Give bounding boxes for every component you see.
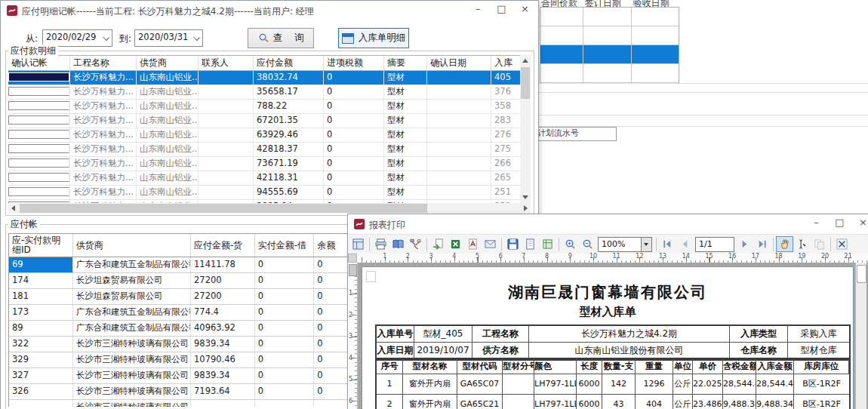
window-icon (342, 33, 354, 44)
book-icon[interactable] (389, 236, 407, 252)
table-row[interactable]: 长沙市三湘特种玻璃有限公司 (9, 400, 383, 407)
table-row[interactable]: 89 广东合和建筑五金制品有限公司 40963.92 0 0 (9, 321, 383, 337)
table-row[interactable]: 174 长沙坦森贸易有限公司 27200 0 0 (9, 273, 383, 289)
table-row[interactable]: 长沙万科魅力... 山东南山铝业... 42118.31 0 型材 265 (8, 171, 520, 186)
maximize-button[interactable]: □ (490, 1, 513, 19)
to-date-combo[interactable]: 2020/03/31 (134, 29, 203, 47)
table-row[interactable]: 长沙万科魅力... 山东南山铝业... 67201.35 0 型材 283 (8, 114, 520, 128)
table-row[interactable]: 长沙万科魅力... 山东南山铝业... 73671.19 0 型材 266 (8, 157, 520, 171)
zoom-in-icon[interactable] (562, 236, 579, 252)
page-icon[interactable] (522, 236, 539, 252)
inbound-detail-button[interactable]: 入库单明细 (338, 28, 409, 48)
maximize-button[interactable]: □ (828, 214, 851, 232)
scrollbar-thumb[interactable] (20, 204, 427, 213)
copy-icon[interactable] (811, 236, 828, 252)
column-header[interactable]: 应付金额-货 (191, 234, 255, 257)
zoom-level-combo[interactable]: 100% (598, 237, 652, 252)
report-preview-area[interactable]: 123456 湖南巨晟门窗幕墙有限公司 型材入库单 入库单号 型材_405 工程… (348, 263, 868, 409)
vertical-scrollbar[interactable] (520, 55, 531, 203)
first-page-icon[interactable] (659, 236, 676, 252)
cell-supplier: 山东南山铝业... (137, 186, 199, 199)
cell-contact (199, 85, 254, 99)
cell-contact (199, 114, 254, 128)
preview-vertical-scrollbar[interactable] (855, 263, 866, 409)
column-header[interactable]: 实付金额-借 (255, 234, 315, 257)
ruler-number: 5 (476, 254, 479, 260)
scrollbar-thumb[interactable] (857, 265, 866, 283)
cube-icon[interactable] (539, 236, 556, 252)
table-row[interactable]: 181 长沙坦森贸易有限公司 27200 0 0 (9, 289, 383, 305)
horizontal-scrollbar[interactable] (8, 203, 531, 214)
scroll-right-icon[interactable] (524, 205, 528, 211)
column-header[interactable]: 联系人 (199, 56, 254, 70)
confirm-checkbox[interactable] (8, 158, 69, 168)
column-header[interactable]: 摘要 (384, 56, 427, 70)
confirm-checkbox[interactable] (8, 187, 69, 196)
column-header[interactable]: 进项税额 (324, 56, 384, 70)
table-row[interactable] (540, 26, 679, 45)
close-preview-icon[interactable] (833, 236, 851, 252)
confirm-checkbox[interactable] (8, 173, 69, 182)
minimize-button[interactable]: – (466, 1, 490, 19)
title-bar[interactable]: 应付明细记帐------当前工程: 长沙万科魅力之城4.2期------当前用户… (1, 1, 538, 20)
table-row[interactable]: 长沙万科魅力... 山东南山铝业... 94555.69 0 型材 251 (8, 186, 520, 200)
mail-icon[interactable] (482, 236, 499, 252)
confirm-checkbox[interactable] (8, 87, 69, 96)
title-bar[interactable]: 报表打印 – □ × (348, 214, 868, 234)
zoom-out-icon[interactable] (579, 236, 596, 252)
table-row[interactable]: 长沙万科魅力... 山东南山铝业... 35658.17 0 型材 376 (8, 85, 520, 100)
confirm-checkbox[interactable] (8, 101, 69, 110)
table-row[interactable]: 69 广东合和建筑五金制品有限公司 11411.78 0 0 (9, 257, 383, 273)
table-row[interactable] (540, 64, 679, 83)
table-row[interactable]: 长沙万科魅力... 山东南山铝业... 63929.46 0 型材 276 (8, 128, 520, 143)
column-header[interactable]: 确认记帐 (8, 56, 70, 70)
column-header[interactable]: 入库 (491, 56, 520, 70)
info-row: 入库单号 型材_405 工程名称 长沙万科魅力之城4.2期 入库类型 采购入库 (377, 326, 849, 343)
table-row[interactable]: 322 长沙市三湘特种玻璃有限公司 9839.34 0 0 (9, 337, 383, 352)
scroll-down-icon[interactable] (522, 195, 528, 199)
table-row[interactable] (540, 8, 679, 26)
column-header[interactable]: 应-实付款明细ID (9, 234, 73, 257)
page-number-box[interactable]: 1/1 (695, 237, 734, 252)
table-row[interactable]: 长沙万科魅力... 山东南山铝业... 42818.37 0 型材 275 (8, 143, 520, 157)
column-header[interactable]: 供货商 (73, 234, 191, 257)
column-header[interactable]: 应付金额 (254, 56, 324, 70)
tools-icon[interactable] (407, 236, 424, 252)
table-row[interactable]: 326 长沙市三湘特种玻璃有限公司 7193.64 0 0 (9, 384, 383, 400)
table-row[interactable]: 长沙万科魅力... 山东南山铝业... 38032.74 0 型材 405 (8, 71, 520, 85)
column-header[interactable]: 确认日期 (427, 56, 491, 70)
close-button[interactable]: × (513, 1, 537, 19)
last-page-icon[interactable] (753, 236, 771, 252)
column-header[interactable]: 供货商 (137, 56, 199, 70)
confirm-checkbox[interactable] (8, 72, 69, 81)
close-button[interactable]: × (851, 214, 868, 232)
scrollbar-thumb[interactable] (521, 67, 530, 99)
export-icon[interactable] (429, 236, 447, 252)
confirm-checkbox[interactable] (8, 130, 69, 139)
prev-page-icon[interactable] (676, 236, 694, 252)
detail-table-header[interactable]: 确认记帐工程名称供货商联系人应付金额进项税额摘要确认日期入库 (8, 55, 520, 71)
minimize-button[interactable]: – (805, 214, 828, 232)
confirm-checkbox[interactable] (8, 144, 69, 153)
table-row[interactable]: 173 广东合和建筑五金制品有限公司 774.4 0 0 (9, 305, 383, 321)
column-header[interactable]: 工程名称 (70, 56, 137, 70)
ruler-number: 20 (821, 254, 829, 260)
printer-icon[interactable] (372, 236, 389, 252)
payable-table-header[interactable]: 应-实付款明细ID供货商应付金额-货实付金额-借余额 (8, 233, 384, 257)
text-select-icon[interactable] (793, 236, 811, 252)
scroll-up-icon[interactable] (522, 59, 528, 63)
table-row[interactable]: 329 长沙市三湘特种玻璃有限公司 10790.46 0 0 (9, 352, 383, 368)
table-row[interactable]: 长沙万科魅力... 山东南山铝业... 788.22 0 型材 358 (8, 100, 520, 114)
query-button[interactable]: 查 询 (248, 28, 314, 48)
table-row[interactable] (540, 45, 679, 64)
excel-icon[interactable] (447, 236, 464, 252)
next-page-icon[interactable] (736, 236, 753, 252)
pdf-icon[interactable] (464, 236, 482, 252)
scroll-left-icon[interactable] (11, 205, 15, 211)
confirm-checkbox[interactable] (8, 115, 69, 125)
save-icon[interactable] (504, 236, 522, 252)
hand-tool-icon[interactable] (776, 236, 793, 252)
chevron-down-icon[interactable] (641, 238, 651, 251)
table-row[interactable]: 327 长沙市三湘特种玻璃有限公司 9839.34 0 0 (9, 368, 383, 384)
preview-grid-icon[interactable] (349, 236, 367, 252)
